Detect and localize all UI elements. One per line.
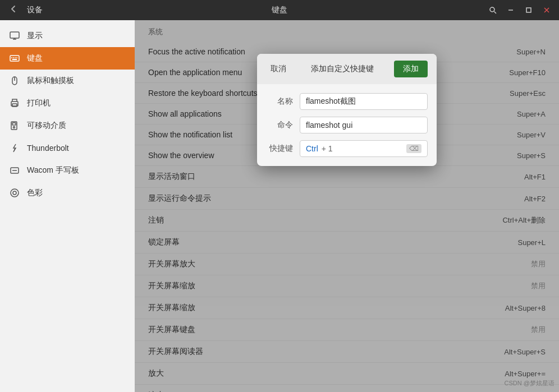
dialog-overlay: 取消 添加自定义快捷键 添加 名称 命令 快捷键 xyxy=(135,20,559,392)
name-label: 名称 xyxy=(266,96,293,107)
add-shortcut-dialog: 取消 添加自定义快捷键 添加 名称 命令 快捷键 xyxy=(257,54,437,166)
main-layout: 显示 键盘 鼠标和触摸板 xyxy=(0,20,559,392)
dialog-body: 名称 命令 快捷键 Ctrl + 1 ⌫ xyxy=(257,84,437,166)
shortcut-key-display: Ctrl xyxy=(306,144,318,153)
media-icon xyxy=(9,120,20,131)
sidebar-item-display-label: 显示 xyxy=(27,31,43,41)
shortcut-field-label: 快捷键 xyxy=(266,144,293,154)
sidebar-item-display[interactable]: 显示 xyxy=(0,25,135,47)
sidebar-item-color-label: 色彩 xyxy=(27,188,43,198)
svg-point-21 xyxy=(13,127,15,128)
shortcut-clear-button[interactable]: ⌫ xyxy=(406,144,421,153)
content-area: 系统 Focus the active notification Super+N… xyxy=(135,20,559,392)
printer-icon xyxy=(9,98,20,109)
sidebar-item-mouse-label: 鼠标和触摸板 xyxy=(27,76,74,86)
sidebar-item-keyboard-label: 键盘 xyxy=(27,53,43,63)
center-title: 键盘 xyxy=(272,5,287,15)
thunderbolt-icon xyxy=(9,142,20,154)
command-label: 命令 xyxy=(266,120,293,130)
dialog-title: 添加自定义快捷键 xyxy=(311,64,374,74)
name-input[interactable] xyxy=(300,93,428,110)
sidebar-item-mouse[interactable]: 鼠标和触摸板 xyxy=(0,70,135,92)
display-icon xyxy=(9,30,20,41)
svg-rect-3 xyxy=(526,8,531,12)
svg-point-25 xyxy=(13,191,16,195)
dialog-header: 取消 添加自定义快捷键 添加 xyxy=(257,54,437,84)
window-controls xyxy=(485,2,555,18)
maximize-button[interactable] xyxy=(521,2,537,18)
sidebar-item-media[interactable]: 可移动介质 xyxy=(0,114,135,137)
sidebar-item-keyboard[interactable]: 键盘 xyxy=(0,47,135,70)
name-field: 名称 xyxy=(266,93,428,110)
sidebar-item-wacom-label: Wacom 手写板 xyxy=(27,165,79,176)
sidebar-item-wacom[interactable]: Wacom 手写板 xyxy=(0,159,135,182)
svg-rect-9 xyxy=(10,56,19,61)
sidebar: 显示 键盘 鼠标和触摸板 xyxy=(0,20,135,392)
svg-rect-20 xyxy=(12,123,16,125)
sidebar-item-media-label: 可移动介质 xyxy=(27,121,66,131)
shortcut-field: 快捷键 Ctrl + 1 ⌫ xyxy=(266,140,428,157)
shortcut-display[interactable]: Ctrl + 1 ⌫ xyxy=(300,140,428,157)
svg-rect-18 xyxy=(12,104,17,107)
wacom-icon xyxy=(9,165,20,176)
command-input[interactable] xyxy=(300,117,428,133)
close-button[interactable] xyxy=(539,2,555,18)
svg-point-0 xyxy=(490,7,494,12)
sidebar-item-thunderbolt-label: Thunderbolt xyxy=(27,144,69,153)
back-button[interactable] xyxy=(4,2,22,19)
command-field: 命令 xyxy=(266,117,428,133)
svg-line-1 xyxy=(494,12,497,14)
keyboard-icon xyxy=(9,53,20,64)
sidebar-item-printer[interactable]: 打印机 xyxy=(0,92,135,114)
minimize-button[interactable] xyxy=(503,2,519,18)
search-button[interactable] xyxy=(485,2,501,18)
titlebar: 设备 键盘 xyxy=(0,0,559,20)
svg-point-24 xyxy=(11,189,19,197)
color-icon xyxy=(9,187,20,199)
dialog-add-button[interactable]: 添加 xyxy=(394,61,428,77)
svg-rect-6 xyxy=(10,32,19,38)
sidebar-item-thunderbolt[interactable]: Thunderbolt xyxy=(0,137,135,159)
sidebar-item-printer-label: 打印机 xyxy=(27,98,51,108)
sidebar-item-color[interactable]: 色彩 xyxy=(0,182,135,204)
dialog-cancel-button[interactable]: 取消 xyxy=(266,62,291,76)
left-title: 设备 xyxy=(27,5,43,15)
shortcut-plus: + 1 xyxy=(322,144,333,153)
mouse-icon xyxy=(9,75,20,86)
